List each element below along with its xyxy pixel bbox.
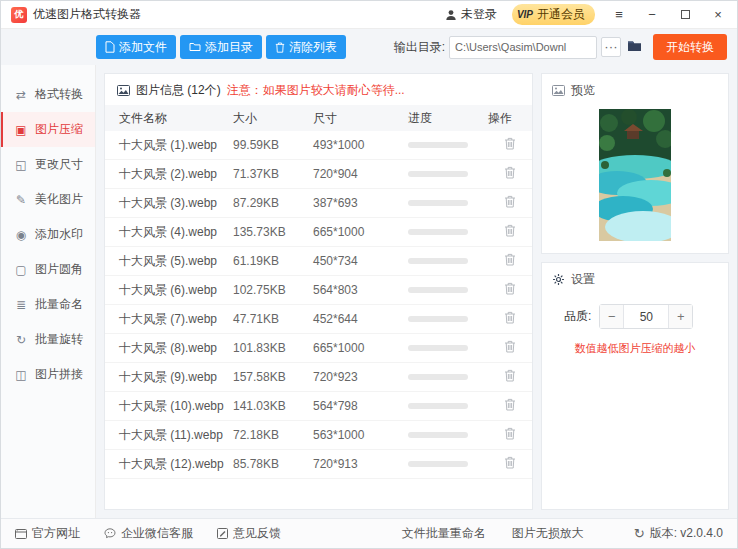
preview-icon bbox=[552, 85, 565, 96]
open-output-folder-button[interactable] bbox=[625, 40, 644, 55]
progress-bar bbox=[408, 200, 468, 206]
sidebar-item-format-convert[interactable]: ⇄ 格式转换 bbox=[1, 77, 95, 112]
progress-bar bbox=[408, 171, 468, 177]
quality-hint: 数值越低图片压缩的越小 bbox=[542, 341, 728, 356]
file-size: 61.19KB bbox=[233, 254, 313, 268]
file-dimensions: 563*1000 bbox=[313, 428, 408, 442]
trash-icon bbox=[504, 398, 516, 411]
vip-button[interactable]: VIP 开通会员 bbox=[512, 4, 595, 25]
resize-icon: ◱ bbox=[14, 158, 28, 172]
file-size: 87.29KB bbox=[233, 196, 313, 210]
batch-rename-icon: ≣ bbox=[14, 298, 28, 312]
app-window: 优 优速图片格式转换器 未登录 VIP 开通会员 ≡ − × bbox=[0, 0, 738, 549]
file-name: 十大风景 (3).webp bbox=[119, 196, 233, 211]
sidebar-item-beautify[interactable]: ✎ 美化图片 bbox=[1, 182, 95, 217]
batch-rename-link[interactable]: 文件批量重命名 bbox=[402, 525, 486, 542]
trash-icon bbox=[504, 166, 516, 179]
output-dir-input[interactable] bbox=[449, 36, 597, 59]
column-header-progress: 进度 bbox=[408, 110, 488, 127]
progress-bar bbox=[408, 316, 468, 322]
compress-icon: ▣ bbox=[14, 123, 28, 137]
delete-file-button[interactable] bbox=[502, 425, 518, 445]
file-dimensions: 720*904 bbox=[313, 167, 408, 181]
sidebar-item-rounded-corner[interactable]: ▢ 图片圆角 bbox=[1, 252, 95, 287]
trash-icon bbox=[504, 253, 516, 266]
table-row: 十大风景 (1).webp 99.59KB 493*1000 bbox=[105, 131, 532, 160]
delete-file-button[interactable] bbox=[502, 222, 518, 242]
file-size: 102.75KB bbox=[233, 283, 313, 297]
file-icon bbox=[105, 41, 115, 53]
delete-file-button[interactable] bbox=[502, 135, 518, 155]
sidebar-item-label: 格式转换 bbox=[35, 86, 83, 103]
vip-icon: VIP bbox=[517, 9, 533, 20]
sidebar-item-label: 添加水印 bbox=[35, 226, 83, 243]
check-update-icon[interactable]: ↻ bbox=[634, 526, 645, 541]
file-list-panel: 图片信息 (12个) 注意：如果图片较大请耐心等待... 文件名称 大小 尺寸 … bbox=[104, 73, 533, 510]
quality-input[interactable] bbox=[624, 310, 668, 324]
clear-list-button[interactable]: 清除列表 bbox=[266, 35, 346, 59]
column-header-size: 大小 bbox=[233, 110, 313, 127]
version-info: ↻ 版本: v2.0.4.0 bbox=[634, 525, 723, 542]
table-row: 十大风景 (12).webp 85.78KB 720*913 bbox=[105, 450, 532, 479]
login-button[interactable]: 未登录 bbox=[445, 6, 497, 23]
stitch-icon: ◫ bbox=[14, 368, 28, 382]
delete-file-button[interactable] bbox=[502, 251, 518, 271]
delete-file-button[interactable] bbox=[502, 454, 518, 474]
delete-file-button[interactable] bbox=[502, 367, 518, 387]
close-button[interactable]: × bbox=[709, 6, 727, 24]
sidebar-item-label: 图片压缩 bbox=[35, 121, 83, 138]
delete-file-button[interactable] bbox=[502, 396, 518, 416]
file-dimensions: 387*693 bbox=[313, 196, 408, 210]
sidebar-item-batch-rename[interactable]: ≣ 批量命名 bbox=[1, 287, 95, 322]
file-name: 十大风景 (11).webp bbox=[119, 428, 233, 443]
sidebar-item-batch-rotate[interactable]: ↻ 批量旋转 bbox=[1, 322, 95, 357]
lossless-upscale-link[interactable]: 图片无损放大 bbox=[512, 525, 584, 542]
file-name: 十大风景 (2).webp bbox=[119, 167, 233, 182]
trash-icon bbox=[504, 340, 516, 353]
file-name: 十大风景 (9).webp bbox=[119, 370, 233, 385]
official-site-link[interactable]: 官方网址 bbox=[15, 525, 80, 542]
sidebar-item-resize[interactable]: ◱ 更改尺寸 bbox=[1, 147, 95, 182]
sidebar-item-watermark[interactable]: ◉ 添加水印 bbox=[1, 217, 95, 252]
wechat-support-link[interactable]: 企业微信客服 bbox=[104, 525, 193, 542]
delete-file-button[interactable] bbox=[502, 164, 518, 184]
progress-bar bbox=[408, 287, 468, 293]
sidebar-item-label: 批量命名 bbox=[35, 296, 83, 313]
vip-label: 开通会员 bbox=[537, 6, 585, 23]
file-dimensions: 452*644 bbox=[313, 312, 408, 326]
quality-decrease-button[interactable]: − bbox=[600, 305, 624, 328]
browse-output-button[interactable]: ··· bbox=[601, 37, 621, 57]
minimize-button[interactable]: − bbox=[643, 6, 661, 24]
version-label: 版本: v2.0.4.0 bbox=[650, 525, 723, 542]
progress-bar bbox=[408, 403, 468, 409]
sidebar-item-stitch[interactable]: ◫ 图片拼接 bbox=[1, 357, 95, 392]
file-size: 101.83KB bbox=[233, 341, 313, 355]
delete-file-button[interactable] bbox=[502, 280, 518, 300]
file-name: 十大风景 (1).webp bbox=[119, 138, 233, 153]
sidebar-item-image-compress[interactable]: ▣ 图片压缩 bbox=[1, 112, 95, 147]
folder-icon bbox=[189, 42, 201, 52]
file-name: 十大风景 (6).webp bbox=[119, 283, 233, 298]
delete-file-button[interactable] bbox=[502, 309, 518, 329]
table-row: 十大风景 (8).webp 101.83KB 665*1000 bbox=[105, 334, 532, 363]
gear-icon bbox=[552, 273, 565, 286]
trash-icon bbox=[504, 195, 516, 208]
file-name: 十大风景 (7).webp bbox=[119, 312, 233, 327]
feedback-link[interactable]: 意见反馈 bbox=[217, 525, 281, 542]
maximize-button[interactable] bbox=[676, 6, 694, 24]
trash-icon bbox=[275, 42, 285, 53]
app-title: 优速图片格式转换器 bbox=[33, 6, 141, 23]
table-header: 文件名称 大小 尺寸 进度 操作 bbox=[105, 105, 532, 131]
settings-panel: 设置 品质: − + 数值越低图片压缩的越小 bbox=[541, 262, 729, 510]
menu-button[interactable]: ≡ bbox=[610, 6, 628, 24]
file-dimensions: 564*798 bbox=[313, 399, 408, 413]
add-folder-button[interactable]: 添加目录 bbox=[180, 35, 262, 59]
quality-increase-button[interactable]: + bbox=[668, 305, 692, 328]
start-convert-button[interactable]: 开始转换 bbox=[653, 34, 727, 60]
right-panel: 预览 bbox=[541, 73, 729, 510]
add-file-button[interactable]: 添加文件 bbox=[96, 35, 176, 59]
file-size: 157.58KB bbox=[233, 370, 313, 384]
delete-file-button[interactable] bbox=[502, 338, 518, 358]
image-info-icon bbox=[117, 85, 130, 96]
delete-file-button[interactable] bbox=[502, 193, 518, 213]
